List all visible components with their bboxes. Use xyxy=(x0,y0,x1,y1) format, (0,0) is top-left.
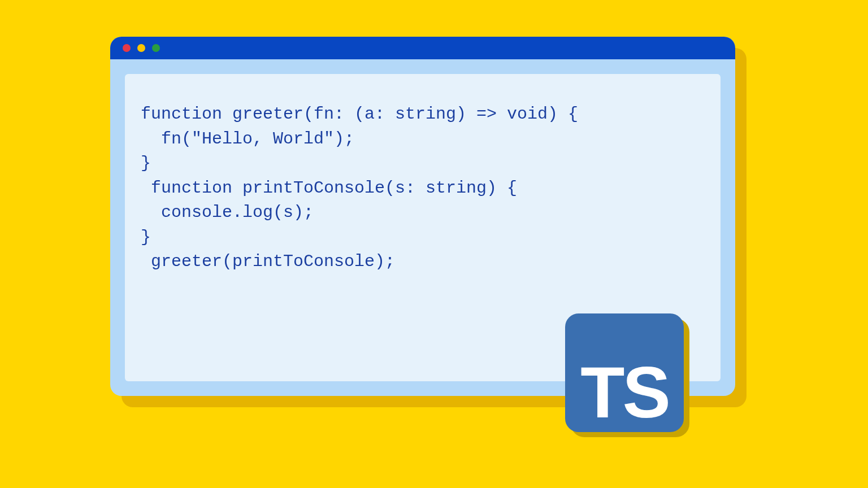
code-line: function printToConsole(s: string) { xyxy=(141,176,705,201)
code-block: function greeter(fn: (a: string) => void… xyxy=(141,102,705,274)
close-icon[interactable] xyxy=(123,44,131,52)
code-line: fn("Hello, World"); xyxy=(141,127,705,152)
minimize-icon[interactable] xyxy=(137,44,145,52)
code-line: } xyxy=(141,151,705,176)
typescript-logo-text: TS xyxy=(580,356,669,429)
code-line: function greeter(fn: (a: string) => void… xyxy=(141,102,705,127)
zoom-icon[interactable] xyxy=(152,44,160,52)
typescript-logo-icon: TS xyxy=(565,313,684,432)
illustration-canvas: function greeter(fn: (a: string) => void… xyxy=(0,0,868,488)
code-line: } xyxy=(141,225,705,250)
code-line: greeter(printToConsole); xyxy=(141,250,705,274)
code-line: console.log(s); xyxy=(141,201,705,225)
titlebar xyxy=(110,37,735,59)
